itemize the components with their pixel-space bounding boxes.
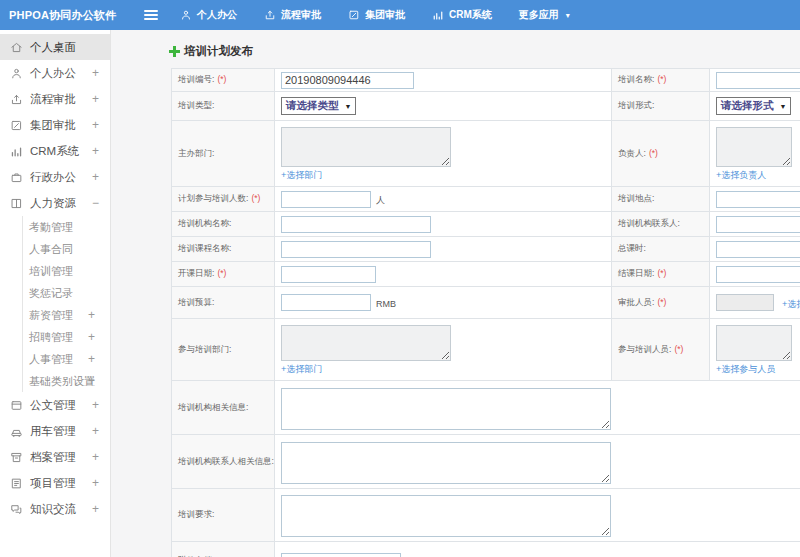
hamburger-menu-icon[interactable] bbox=[144, 10, 158, 20]
topbar: PHPOA协同办公软件 个人办公流程审批集团审批CRM系统更多应用▾ bbox=[0, 0, 800, 30]
archive-icon bbox=[10, 451, 23, 464]
expand-icon[interactable]: + bbox=[92, 66, 99, 80]
course-name-input[interactable] bbox=[281, 241, 431, 258]
form-row: 培训机构名称:培训机构联系人: bbox=[172, 212, 800, 237]
expand-icon[interactable]: + bbox=[92, 118, 99, 132]
sidebar-subitem-personnel-mgmt[interactable]: 人事管理+ bbox=[23, 348, 110, 370]
host-dept-picker-link[interactable]: +选择部门 bbox=[281, 170, 322, 180]
sidebar-item-knowledge[interactable]: 知识交流+ bbox=[0, 496, 110, 522]
sidebar: 个人桌面个人办公+流程审批+集团审批+CRM系统+行政办公+人力资源−考勤管理人… bbox=[0, 30, 111, 557]
sidebar-item-label: 个人办公 bbox=[30, 66, 76, 81]
sidebar-item-group-approval[interactable]: 集团审批+ bbox=[0, 112, 110, 138]
end-date-value-cell bbox=[710, 262, 800, 287]
sidebar-item-label: 个人桌面 bbox=[30, 40, 76, 55]
expand-icon[interactable]: + bbox=[92, 476, 99, 490]
expand-icon[interactable]: + bbox=[88, 374, 95, 388]
form-row: 培训编号:(*)培训名称:(*) bbox=[172, 69, 800, 92]
nav-crm-system[interactable]: CRM系统 bbox=[432, 8, 492, 22]
planned-count-label-cell: 计划参与培训人数:(*) bbox=[172, 187, 275, 212]
sidebar-subitem-recruit-mgmt[interactable]: 招聘管理+ bbox=[23, 326, 110, 348]
training-form-select[interactable]: 请选择形式▼ bbox=[716, 97, 791, 115]
sidebar-subitem-reward-record[interactable]: 奖惩记录 bbox=[23, 282, 110, 304]
leader-textarea[interactable] bbox=[716, 127, 792, 167]
sidebar-item-hr[interactable]: 人力资源− bbox=[0, 190, 110, 216]
sidebar-item-personal-desktop[interactable]: 个人桌面 bbox=[0, 34, 110, 60]
expand-icon[interactable]: + bbox=[88, 352, 95, 366]
training-req-textarea[interactable] bbox=[281, 495, 611, 537]
start-date-label-cell: 开课日期:(*) bbox=[172, 262, 275, 287]
training-form-value-cell: 请选择形式▼ bbox=[710, 92, 800, 121]
join-staff-textarea[interactable] bbox=[716, 325, 792, 361]
leader-value-cell: +选择负责人 bbox=[710, 121, 800, 187]
org-contact-info-label-cell: 培训机构联系人相关信息: bbox=[172, 435, 275, 489]
sidebar-item-crm-system[interactable]: CRM系统+ bbox=[0, 138, 110, 164]
sidebar-item-workflow-approval[interactable]: 流程审批+ bbox=[0, 86, 110, 112]
sidebar-item-project-mgmt[interactable]: 项目管理+ bbox=[0, 470, 110, 496]
join-dept-value-cell: +选择部门 bbox=[275, 319, 612, 381]
sidebar-item-personal-office[interactable]: 个人办公+ bbox=[0, 60, 110, 86]
attachment-input[interactable] bbox=[281, 553, 401, 557]
org-name-input[interactable] bbox=[281, 216, 431, 233]
attachment-label-cell: 附件文档: bbox=[172, 542, 275, 557]
form-row: 培训机构相关信息: bbox=[172, 381, 800, 435]
end-date-input[interactable] bbox=[716, 266, 800, 283]
approver-picker-link[interactable]: +选择审批人员 bbox=[782, 299, 800, 309]
org-info-textarea[interactable] bbox=[281, 388, 611, 430]
nav-more-apps[interactable]: 更多应用▾ bbox=[519, 8, 570, 22]
org-name-value-cell bbox=[275, 212, 612, 237]
expand-icon[interactable]: + bbox=[88, 330, 95, 344]
nav-workflow-approval[interactable]: 流程审批 bbox=[264, 8, 321, 22]
training-no-input[interactable] bbox=[281, 72, 414, 89]
training-type-select[interactable]: 请选择类型▼ bbox=[281, 97, 356, 115]
start-date-input[interactable] bbox=[281, 266, 376, 283]
expand-icon[interactable]: + bbox=[92, 502, 99, 516]
caret-down-icon: ▾ bbox=[566, 11, 570, 20]
sidebar-subitem-salary-mgmt[interactable]: 薪资管理+ bbox=[23, 304, 110, 326]
plus-icon bbox=[169, 46, 180, 57]
expand-icon[interactable]: + bbox=[92, 398, 99, 412]
nav-personal-office[interactable]: 个人办公 bbox=[180, 8, 237, 22]
org-contact-input[interactable] bbox=[716, 216, 800, 233]
host-dept-textarea[interactable] bbox=[281, 127, 451, 167]
expand-icon[interactable]: + bbox=[92, 170, 99, 184]
expand-icon[interactable]: + bbox=[92, 92, 99, 106]
training-name-input[interactable] bbox=[716, 72, 800, 89]
org-contact-label: 培训机构联系人: bbox=[618, 218, 680, 228]
sidebar-item-vehicle-mgmt[interactable]: 用车管理+ bbox=[0, 418, 110, 444]
sidebar-subitem-base-category[interactable]: 基础类别设置+ bbox=[23, 370, 110, 392]
home-icon bbox=[10, 41, 23, 54]
sidebar-subitem-attendance[interactable]: 考勤管理 bbox=[23, 216, 110, 238]
join-staff-picker: +选择参与人员 bbox=[716, 363, 800, 376]
location-input[interactable] bbox=[716, 191, 800, 208]
join-dept-picker-link[interactable]: +选择部门 bbox=[281, 364, 322, 374]
planned-count-input[interactable] bbox=[281, 191, 371, 208]
approver-value-cell: +选择审批人员 bbox=[710, 287, 800, 319]
org-contact-info-textarea[interactable] bbox=[281, 442, 611, 484]
sidebar-item-document-mgmt[interactable]: 公文管理+ bbox=[0, 392, 110, 418]
join-dept-textarea[interactable] bbox=[281, 325, 451, 361]
sidebar-item-admin-office[interactable]: 行政办公+ bbox=[0, 164, 110, 190]
expand-icon[interactable]: + bbox=[92, 144, 99, 158]
expand-icon[interactable]: + bbox=[92, 450, 99, 464]
approver-input[interactable] bbox=[716, 294, 774, 311]
leader-picker: +选择负责人 bbox=[716, 169, 800, 182]
join-staff-picker-link[interactable]: +选择参与人员 bbox=[716, 364, 775, 374]
budget-label-cell: 培训预算: bbox=[172, 287, 275, 319]
sidebar-item-label: 行政办公 bbox=[30, 170, 76, 185]
required-mark: (*) bbox=[217, 268, 226, 278]
org-info-label-cell: 培训机构相关信息: bbox=[172, 381, 275, 435]
leader-picker-link[interactable]: +选择负责人 bbox=[716, 170, 766, 180]
collapse-icon[interactable]: − bbox=[92, 196, 99, 210]
expand-icon[interactable]: + bbox=[92, 424, 99, 438]
org-name-label-cell: 培训机构名称: bbox=[172, 212, 275, 237]
org-contact-value-cell bbox=[710, 212, 800, 237]
training-form-label-cell: 培训形式: bbox=[612, 92, 710, 121]
nav-workflow-approval-label: 流程审批 bbox=[281, 8, 321, 22]
budget-input[interactable] bbox=[281, 294, 371, 311]
expand-icon[interactable]: + bbox=[88, 308, 95, 322]
sidebar-subitem-hr-contract[interactable]: 人事合同 bbox=[23, 238, 110, 260]
total-hours-input[interactable] bbox=[716, 241, 800, 258]
nav-group-approval[interactable]: 集团审批 bbox=[348, 8, 405, 22]
sidebar-item-archive-mgmt[interactable]: 档案管理+ bbox=[0, 444, 110, 470]
sidebar-subitem-training-mgmt[interactable]: 培训管理 bbox=[23, 260, 110, 282]
